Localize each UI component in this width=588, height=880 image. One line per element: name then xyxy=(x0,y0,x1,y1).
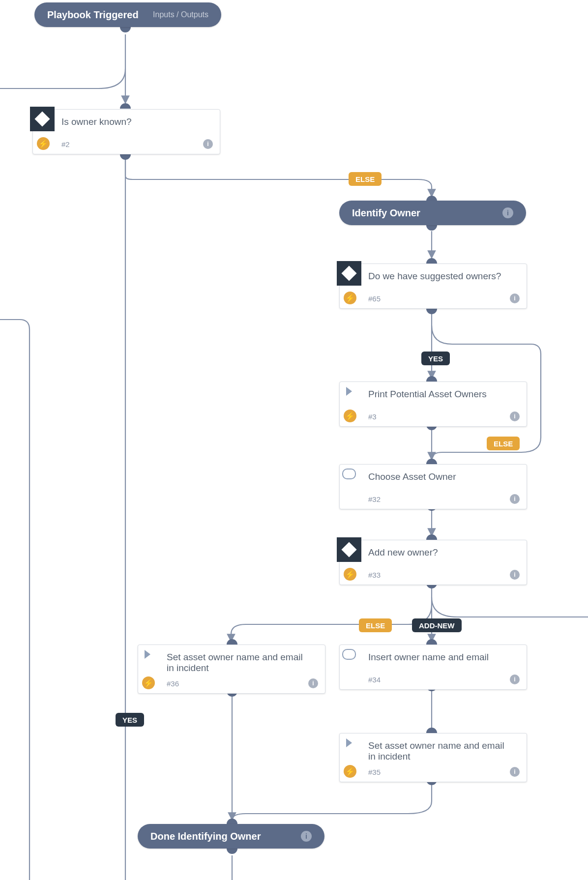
node-number: #36 xyxy=(167,679,179,688)
info-icon[interactable]: i xyxy=(510,293,520,303)
bolt-icon: ⚡ xyxy=(344,765,356,778)
node-is-owner-known[interactable]: Is owner known? ⚡ #2i xyxy=(32,109,220,154)
info-icon[interactable]: i xyxy=(510,675,520,684)
node-label: Insert owner name and email xyxy=(368,652,519,663)
info-icon[interactable]: i xyxy=(203,139,213,149)
info-icon[interactable]: i xyxy=(510,494,520,504)
node-number: #3 xyxy=(368,412,377,421)
node-number: #35 xyxy=(368,768,381,776)
node-number: #65 xyxy=(368,294,381,303)
port-out xyxy=(120,27,131,32)
info-icon[interactable]: i xyxy=(502,207,513,218)
port-in xyxy=(426,376,437,381)
node-print-potential-owners[interactable]: Print Potential Asset Owners ⚡ #3i xyxy=(339,381,527,427)
node-number: #34 xyxy=(368,675,381,684)
node-set-owner-36[interactable]: Set asset owner name and email in incide… xyxy=(138,645,325,694)
node-done-identifying-owner[interactable]: Done Identifying Owner i xyxy=(138,824,324,849)
port-in xyxy=(426,258,437,264)
info-icon[interactable]: i xyxy=(510,767,520,777)
port-in xyxy=(426,534,437,540)
node-label: Set asset owner name and email in incide… xyxy=(368,740,506,762)
bolt-icon: ⚡ xyxy=(344,292,356,304)
node-label: Print Potential Asset Owners xyxy=(368,389,519,400)
node-title: Done Identifying Owner xyxy=(150,831,261,842)
node-suggested-owners[interactable]: Do we have suggested owners? ⚡ #65i xyxy=(339,264,527,309)
node-add-new-owner[interactable]: Add new owner? ⚡ #33i xyxy=(339,540,527,585)
node-number: #32 xyxy=(368,495,381,503)
port-out xyxy=(426,225,437,231)
tag-else: ELSE xyxy=(359,618,392,632)
info-icon[interactable]: i xyxy=(301,831,312,842)
node-insert-owner[interactable]: Insert owner name and email #34i xyxy=(339,645,527,690)
bolt-icon: ⚡ xyxy=(344,410,356,422)
node-title: Playbook Triggered xyxy=(47,9,139,21)
node-label: Set asset owner name and email in incide… xyxy=(167,652,304,674)
node-choose-asset-owner[interactable]: Choose Asset Owner #32i xyxy=(339,464,527,509)
port-in xyxy=(227,819,237,824)
info-icon[interactable]: i xyxy=(510,570,520,580)
port-in xyxy=(227,639,237,645)
tag-yes: YES xyxy=(421,352,450,365)
node-subtitle: Inputs / Outputs xyxy=(153,10,208,19)
tag-else: ELSE xyxy=(487,437,520,450)
node-label: Choose Asset Owner xyxy=(368,471,519,482)
port-out xyxy=(120,154,131,160)
port-in xyxy=(426,459,437,464)
tag-add-new: ADD-NEW xyxy=(412,618,462,632)
port-in xyxy=(426,639,437,645)
port-in xyxy=(426,728,437,733)
port-out xyxy=(426,309,437,314)
node-label: Add new owner? xyxy=(368,547,519,558)
node-identify-owner[interactable]: Identify Owner i xyxy=(339,201,526,225)
bolt-icon: ⚡ xyxy=(142,676,155,689)
bolt-icon: ⚡ xyxy=(344,568,356,581)
port-in xyxy=(120,103,131,109)
node-title: Identify Owner xyxy=(352,207,420,219)
bolt-icon: ⚡ xyxy=(37,137,50,150)
info-icon[interactable]: i xyxy=(510,411,520,421)
node-playbook-triggered[interactable]: Playbook Triggered Inputs / Outputs xyxy=(34,2,221,27)
port-out xyxy=(227,849,237,854)
node-label: Is owner known? xyxy=(61,117,212,127)
tag-yes: YES xyxy=(116,713,144,727)
tag-else: ELSE xyxy=(349,172,382,186)
node-number: #2 xyxy=(61,140,70,148)
node-label: Do we have suggested owners? xyxy=(368,271,519,282)
info-icon[interactable]: i xyxy=(308,678,318,688)
node-set-owner-35[interactable]: Set asset owner name and email in incide… xyxy=(339,733,527,782)
node-number: #33 xyxy=(368,571,381,579)
